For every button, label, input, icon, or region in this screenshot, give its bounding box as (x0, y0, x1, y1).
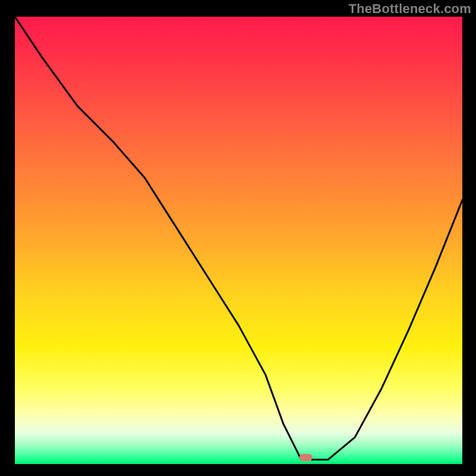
plot-area (15, 17, 462, 464)
optimal-marker (299, 454, 312, 461)
chart-stage: TheBottleneck.com (0, 0, 476, 476)
watermark-text: TheBottleneck.com (349, 1, 471, 17)
bottleneck-curve (15, 17, 462, 464)
